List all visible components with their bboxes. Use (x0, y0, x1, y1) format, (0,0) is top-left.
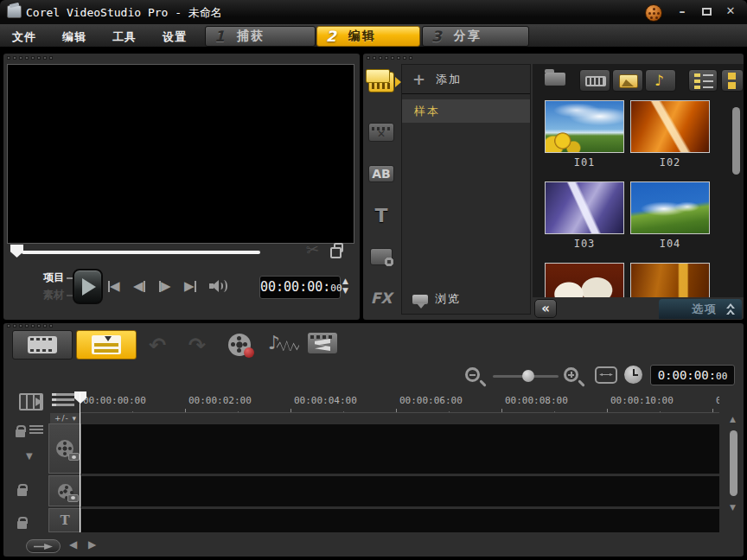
media-thumbnail[interactable]: I03 (545, 181, 624, 250)
storyboard-view-button[interactable] (12, 330, 73, 360)
options-button[interactable]: 选项 (659, 299, 742, 319)
category-filter[interactable]: FX (367, 285, 395, 311)
ripple-edit-title-toggle[interactable] (17, 517, 27, 529)
thumbnail-image-coffee-cups[interactable] (545, 263, 624, 297)
trim-scissors-icon[interactable]: ✂ (305, 239, 321, 259)
maximize-button[interactable] (697, 5, 716, 19)
scroll-right-button[interactable]: ▶ (88, 538, 96, 550)
timeline-timecode[interactable]: 0:00:00:00 (650, 365, 735, 385)
title-track-header[interactable]: T (48, 508, 81, 532)
scroll-down-icon[interactable]: ▼ (730, 503, 736, 512)
go-end-button[interactable]: ▶ (184, 278, 196, 294)
chapter-point-icon[interactable] (52, 393, 74, 410)
project-mode-label[interactable]: 项目 (43, 270, 73, 285)
step-tab-capture[interactable]: 1 捕获 (205, 26, 316, 47)
thumbnail-view-button[interactable] (721, 69, 744, 92)
panel-grip[interactable] (7, 56, 53, 60)
category-strip: ✕ AB T FX (363, 62, 399, 318)
record-capture-icon[interactable] (228, 334, 251, 356)
category-title[interactable]: T (367, 202, 395, 228)
panel-grip[interactable] (367, 56, 412, 60)
play-button[interactable] (73, 269, 103, 304)
spin-up-icon[interactable]: ▲ (342, 277, 348, 285)
category-media[interactable] (367, 69, 395, 95)
eye-icon (68, 453, 80, 461)
preview-screen (7, 64, 354, 244)
scrollbar-thumb[interactable] (730, 430, 737, 496)
list-view-button[interactable] (688, 69, 718, 92)
gallery-scrollbar[interactable] (731, 100, 741, 239)
thumbnail-image-sunflower[interactable] (545, 100, 624, 153)
slider-knob[interactable] (522, 370, 534, 382)
duration-clock-icon[interactable] (624, 366, 642, 384)
menu-tools[interactable]: 工具 (112, 29, 137, 45)
overlay-track-header[interactable] (48, 475, 81, 506)
ripple-edit-overlay-toggle[interactable] (17, 484, 27, 496)
timecode-spinner[interactable]: ▲ ▼ (342, 277, 348, 295)
corel-reel-badge-icon[interactable] (645, 4, 662, 22)
collapse-library-button[interactable]: « (534, 299, 557, 318)
split-clip-icon[interactable] (334, 243, 343, 252)
fit-timeline-button[interactable] (595, 366, 617, 384)
timeline-vertical-scrollbar[interactable]: ▲ ▼ (728, 415, 740, 536)
playhead-line[interactable] (80, 392, 80, 532)
video-track-lane[interactable] (81, 423, 719, 474)
add-folder-button[interactable]: + 添加 (402, 65, 530, 94)
import-folder-icon[interactable] (545, 73, 565, 86)
go-start-button[interactable]: ◀ (108, 278, 120, 294)
undo-button[interactable]: ↶ (149, 334, 166, 358)
panel-grip[interactable] (7, 324, 53, 328)
step-tab-edit[interactable]: 2 编辑 (316, 26, 420, 47)
track-manager-icon[interactable] (19, 393, 43, 410)
media-thumbnail[interactable]: I02 (630, 100, 710, 169)
timeline-ruler[interactable]: 00:00:00:00 00:00:02:00 00:00:04:00 00:0… (80, 391, 719, 413)
overlay-track-icon (58, 484, 73, 499)
video-track-header[interactable] (48, 423, 81, 474)
media-thumbnail[interactable] (545, 263, 624, 297)
close-button[interactable]: ✕ (721, 5, 740, 19)
preview-timecode[interactable]: 00:00:00:00 (259, 276, 341, 299)
media-thumbnail[interactable]: I01 (545, 100, 624, 169)
menu-file[interactable]: 文件 (12, 29, 36, 45)
thumbnail-image-purple-abstract[interactable] (545, 181, 624, 234)
scrubber-track[interactable] (22, 251, 260, 254)
scrollbar-thumb[interactable] (732, 107, 740, 175)
category-instant-project[interactable]: ✕ (367, 119, 395, 145)
filter-audio-button[interactable]: ♪ (645, 69, 676, 92)
filter-videos-button[interactable] (579, 69, 610, 92)
scroll-left-button[interactable]: ◀ (69, 538, 77, 550)
title-track-lane[interactable] (81, 508, 719, 532)
overlay-track-lane[interactable] (81, 475, 719, 506)
menu-edit[interactable]: 编辑 (62, 29, 86, 45)
collapse-tracks-chevron[interactable]: ▼ (26, 451, 33, 461)
previous-frame-button[interactable]: ◀ (133, 278, 145, 294)
category-transition[interactable]: AB (367, 161, 395, 187)
minimize-button[interactable]: – (673, 5, 692, 19)
filter-photos-button[interactable] (612, 69, 643, 92)
next-frame-button[interactable]: ▶ (159, 278, 171, 294)
timeline-zoom-slider[interactable] (493, 366, 559, 385)
thumbnail-image-green-hill[interactable] (630, 181, 710, 234)
thumbnail-image-amber-texture[interactable] (630, 263, 710, 297)
clip-mode-label[interactable]: 素材 (43, 288, 73, 302)
step-tab-share[interactable]: 3 分享 (422, 26, 529, 47)
zoom-controls: 0:00:00:00 (3, 365, 744, 389)
auto-scroll-timeline-button[interactable] (26, 539, 61, 553)
sound-mixer-icon[interactable]: ♪ (268, 332, 299, 356)
menu-settings[interactable]: 设置 (163, 29, 187, 45)
zoom-out-icon[interactable] (465, 367, 480, 382)
thumbnail-image-orange-abstract[interactable] (630, 100, 710, 153)
media-thumbnail[interactable] (630, 263, 710, 297)
media-thumbnail[interactable]: I04 (630, 181, 710, 250)
folder-item-sample[interactable]: 样本 (402, 99, 530, 123)
redo-button[interactable]: ↷ (188, 334, 206, 358)
timeline-view-button[interactable] (76, 330, 137, 360)
category-graphic[interactable] (367, 244, 395, 270)
zoom-in-icon[interactable] (564, 367, 578, 382)
scroll-up-icon[interactable]: ▲ (730, 415, 736, 423)
spin-down-icon[interactable]: ▼ (342, 287, 348, 295)
menu-bar: 文件 编辑 工具 设置 1 捕获 2 编辑 3 分享 (0, 24, 747, 49)
browse-button[interactable]: 浏览 (412, 291, 461, 307)
volume-icon[interactable] (209, 280, 228, 292)
auto-music-icon[interactable] (308, 333, 337, 353)
